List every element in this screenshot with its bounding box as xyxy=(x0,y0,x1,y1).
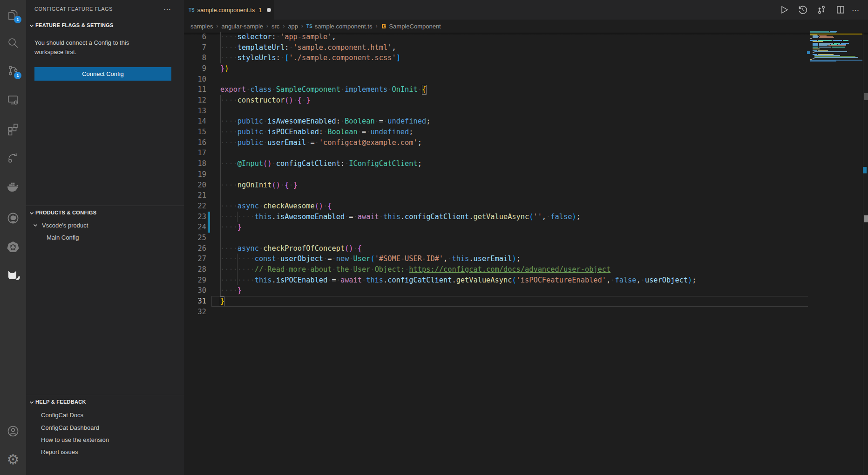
chevron-down-icon[interactable] xyxy=(29,399,34,405)
line-number: 15 xyxy=(184,127,206,138)
sidebar-message: workspace first. xyxy=(34,48,76,55)
minimap-line xyxy=(813,52,814,53)
chevron-down-icon[interactable] xyxy=(29,23,34,28)
dirty-indicator-icon[interactable] xyxy=(267,8,271,12)
activity-explorer-icon[interactable] xyxy=(0,4,26,26)
line-number: 7 xyxy=(184,42,206,53)
breadcrumb-src[interactable]: src xyxy=(271,23,279,30)
minimap-line xyxy=(814,57,858,58)
help-item-how-to-use-the-extension[interactable]: How to use the extension xyxy=(41,436,109,443)
minimap-line xyxy=(819,37,834,38)
code-line-28: ········//·Read·more·about·the·User·Obje… xyxy=(220,264,610,275)
more-actions-icon[interactable]: ⋯ xyxy=(848,2,863,18)
scrollbar-mark[interactable] xyxy=(864,215,868,222)
line-number: 32 xyxy=(184,307,206,317)
code-line-29: ········this.isPOCEnabled·=·await·this.c… xyxy=(220,275,696,286)
line-number: 27 xyxy=(184,254,206,264)
git-modified-indicator xyxy=(208,212,210,233)
breadcrumb-app[interactable]: app xyxy=(288,23,298,30)
code-line-12: ····constructor()·{·} xyxy=(220,95,310,106)
line-number: 22 xyxy=(184,201,206,212)
tree-item-main-config[interactable]: Main Config xyxy=(47,234,79,241)
minimap-line xyxy=(810,32,836,33)
line-number: 23 xyxy=(184,212,206,222)
section-divider xyxy=(26,395,184,395)
timeline-history-icon[interactable] xyxy=(795,2,811,18)
activity-github-icon[interactable] xyxy=(0,207,26,229)
bracket-match-box xyxy=(422,85,427,95)
split-editor-icon[interactable] xyxy=(833,2,848,18)
run-icon[interactable] xyxy=(776,2,792,18)
vscode-window: 11⚙ CONFIGCAT FEATURE FLAGS ⋯ FEATURE FL… xyxy=(0,0,868,475)
line-number: 9 xyxy=(184,63,206,74)
breadcrumbs: samples›angular-sample›src›app›TSsample.… xyxy=(184,20,868,33)
breadcrumb-separator: › xyxy=(283,23,285,29)
scrollbar-border xyxy=(863,33,863,475)
minimap-line xyxy=(813,48,820,49)
code-line-23: ········this.isAwesomeEnabled·=·await·th… xyxy=(220,212,581,222)
breadcrumb-samples[interactable]: samples xyxy=(190,23,213,30)
activity-bar: 11⚙ xyxy=(0,0,26,475)
activity-remote-explorer-icon[interactable] xyxy=(0,89,26,111)
activity-docker-icon[interactable] xyxy=(0,175,26,198)
chevron-down-icon[interactable] xyxy=(29,210,34,216)
code-line-11: export·class·SampleComponent·implements·… xyxy=(220,84,426,95)
activity-kubernetes-icon[interactable] xyxy=(0,236,26,258)
activity-search-icon[interactable] xyxy=(0,32,26,54)
indent-guide xyxy=(220,95,221,296)
code-line-16: ····public·userEmail·=·'configcat@exampl… xyxy=(220,138,422,148)
breadcrumb-separator: › xyxy=(216,23,218,29)
activity-badge: 1 xyxy=(14,72,21,79)
tab-label: sample.component.ts xyxy=(197,7,255,14)
help-item-report-issues[interactable]: Report issues xyxy=(41,448,78,455)
tree-item-vscode-s-product[interactable]: Vscode's product xyxy=(42,222,88,229)
tab-sample-component[interactable]: TS sample.component.ts 1 xyxy=(184,0,274,20)
activity-account-icon[interactable] xyxy=(0,420,26,442)
breadcrumb-sample-component-ts[interactable]: TSsample.component.ts xyxy=(306,23,372,30)
line-number: 20 xyxy=(184,180,206,191)
chevron-down-icon[interactable] xyxy=(33,222,38,228)
minimap-line xyxy=(813,45,818,46)
activity-settings-gear-icon[interactable]: ⚙ xyxy=(0,448,26,470)
breadcrumb-separator: › xyxy=(266,23,268,29)
code-line-22: ····async·checkAwesome()·{ xyxy=(220,201,332,212)
activity-extensions-icon[interactable] xyxy=(0,118,26,140)
tab-badge: 1 xyxy=(258,7,262,14)
minimap-line xyxy=(814,51,847,52)
editor[interactable]: 6····selector:·'app-sample',7····templat… xyxy=(184,33,868,475)
indent-guide xyxy=(237,254,237,285)
activity-configcat-icon[interactable] xyxy=(0,264,26,286)
help-item-configcat-dashboard[interactable]: ConfigCat Dashboard xyxy=(41,424,99,431)
more-actions-icon[interactable]: ⋯ xyxy=(163,5,171,14)
activity-source-control-icon[interactable] xyxy=(0,60,26,82)
code-line-30: ····} xyxy=(220,285,242,296)
line-number: 25 xyxy=(184,233,206,243)
connect-config-button[interactable]: Connect Config xyxy=(34,67,171,81)
line-number: 10 xyxy=(184,74,206,85)
line-number: 8 xyxy=(184,53,206,63)
minimap-line xyxy=(813,47,818,48)
code-line-26: ····async·checkProofOfConcept()·{ xyxy=(220,243,362,254)
bracket-match-box xyxy=(220,296,224,306)
section-header-help-feedback[interactable]: HELP & FEEDBACK xyxy=(35,399,86,405)
scrollbar-mark[interactable] xyxy=(863,167,867,173)
breadcrumb-separator: › xyxy=(301,23,303,29)
scrollbar-mark[interactable] xyxy=(864,93,868,100)
activity-live-share-icon[interactable] xyxy=(0,147,26,170)
tab-bar: TS sample.component.ts 1 ⋯ xyxy=(184,0,868,20)
minimap-line xyxy=(833,40,842,41)
section-header-feature-flags-settings[interactable]: FEATURE FLAGS & SETTINGS xyxy=(35,22,114,28)
help-item-configcat-docs[interactable]: ConfigCat Docs xyxy=(41,412,83,419)
breadcrumb-angular-sample[interactable]: angular-sample xyxy=(221,23,263,30)
minimap-line xyxy=(813,58,814,59)
breadcrumb-separator: › xyxy=(375,23,377,29)
breadcrumb-samplecomponent[interactable]: SampleComponent xyxy=(380,23,441,30)
line-number: 30 xyxy=(184,285,206,296)
line-number: 26 xyxy=(184,243,206,254)
line-number: 16 xyxy=(184,138,206,148)
section-header-products-configs[interactable]: PRODUCTS & CONFIGS xyxy=(35,210,96,215)
open-changes-icon[interactable] xyxy=(814,2,829,18)
minimap-line xyxy=(813,37,818,38)
line-number: 29 xyxy=(184,275,206,286)
minimap-line xyxy=(810,34,862,34)
